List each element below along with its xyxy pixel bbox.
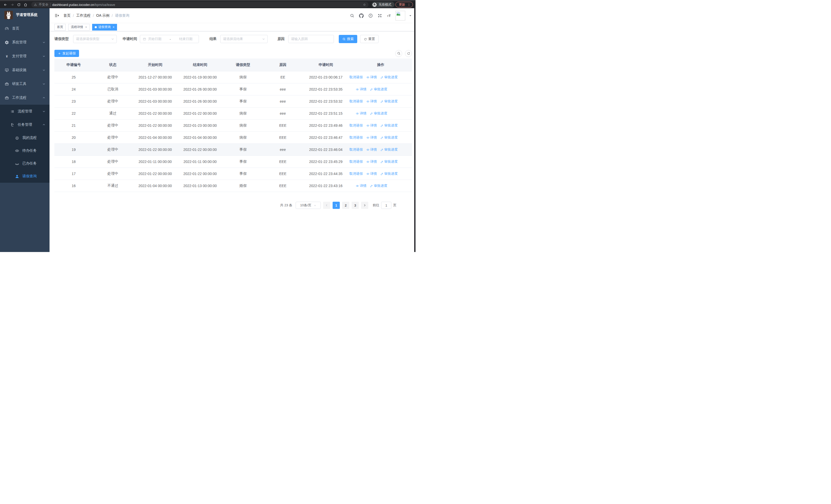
tag-0[interactable]: 首页 — [54, 24, 66, 31]
action-cancel-link[interactable]: 取消请假 — [349, 159, 363, 164]
action-cancel-link[interactable]: 取消请假 — [349, 171, 363, 176]
browser-reload-button[interactable] — [16, 2, 22, 7]
sidebar-item-2[interactable]: ¥ 支付管理 — [0, 49, 50, 63]
leave-type-select[interactable]: 请选择请假类型 — [73, 35, 117, 43]
action-progress-link[interactable]: 审批进度 — [370, 87, 387, 92]
toolbox-icon — [5, 82, 9, 86]
action-progress-link[interactable]: 审批进度 — [380, 135, 398, 140]
page-size-select[interactable]: 10条/页 — [296, 202, 321, 209]
sidebar-item-6[interactable]: 流程管理 — [0, 105, 50, 118]
help-icon[interactable]: ? — [368, 13, 373, 19]
sidebar-item-10[interactable]: 已办任务 — [0, 157, 50, 170]
sidebar-item-0[interactable]: 首页 — [0, 22, 50, 35]
breadcrumb-item-2[interactable]: OA 示例 — [96, 13, 109, 18]
page-button-3[interactable]: 3 — [352, 202, 359, 209]
forward-arrow-icon — [10, 3, 14, 7]
avatar[interactable] — [396, 11, 405, 21]
edit-icon — [380, 76, 384, 79]
table-row: 19 处理中 2022-01-22 00:00:00 2022-01-22 00… — [54, 144, 412, 156]
svg-text:T: T — [387, 14, 389, 17]
close-icon[interactable]: × — [85, 25, 87, 29]
address-bar[interactable]: 不安全 dashboard.yudao.iocoder.cn/bpm/oa/le… — [31, 2, 369, 7]
gear-icon — [5, 40, 9, 45]
chevron-down-icon[interactable] — [409, 14, 412, 17]
cell-end-time: 2022-01-26 00:00:00 — [178, 87, 223, 91]
action-detail-link[interactable]: 详情 — [366, 171, 377, 176]
sidebar-item-5[interactable]: 工作流程 — [0, 91, 50, 105]
prev-page-button[interactable] — [323, 202, 330, 209]
result-label: 结果 — [209, 37, 217, 41]
edit-icon — [380, 124, 384, 127]
browser-back-button[interactable] — [3, 2, 8, 7]
create-leave-button[interactable]: 发起请假 — [54, 50, 79, 57]
breadcrumb-item-1[interactable]: 工作流程 — [76, 13, 91, 18]
cell-apply-time: 2022-01-22 23:51:15 — [302, 111, 349, 116]
action-progress-link[interactable]: 审批进度 — [380, 123, 398, 128]
action-detail-link[interactable]: 详情 — [366, 123, 377, 128]
next-page-button[interactable] — [361, 202, 368, 209]
action-progress-link[interactable]: 审批进度 — [380, 171, 398, 176]
tags-view-bar: 首页 流程详情 × 请假查询 × — [50, 23, 416, 31]
action-cancel-link[interactable]: 取消请假 — [349, 147, 363, 152]
browser-home-button[interactable] — [23, 2, 28, 7]
sidebar: 芋道管理系统 首页 系统管理 ¥ 支付管理 基础设施 研发工具 工作流程 流程管… — [0, 8, 50, 252]
active-dot — [95, 26, 97, 28]
app-title: 芋道管理系统 — [16, 12, 37, 17]
browser-update-menu[interactable]: 更新 — [396, 2, 413, 7]
tag-2[interactable]: 请假查询 × — [92, 24, 117, 31]
page-button-1[interactable]: 1 — [333, 202, 340, 209]
sidebar-item-3[interactable]: 基础设施 — [0, 63, 50, 77]
sidebar-item-9[interactable]: 待办任务 — [0, 144, 50, 157]
reset-button[interactable]: 重置 — [360, 35, 378, 43]
apply-time-range-picker[interactable]: 开始日期 - 结束日期 — [140, 35, 199, 43]
cell-start-time: 2022-01-22 00:00:00 — [133, 111, 178, 116]
refresh-table-button[interactable] — [405, 50, 412, 57]
action-progress-link[interactable]: 审批进度 — [380, 75, 398, 80]
search-icon[interactable] — [349, 13, 355, 19]
action-progress-link[interactable]: 审批进度 — [380, 99, 398, 104]
sidebar-item-1[interactable]: 系统管理 — [0, 35, 50, 49]
action-detail-link[interactable]: 详情 — [356, 183, 367, 188]
breadcrumb-item-0[interactable]: 首页 — [63, 13, 70, 18]
action-cancel-link[interactable]: 取消请假 — [349, 75, 363, 80]
action-detail-link[interactable]: 详情 — [366, 159, 377, 164]
tag-1[interactable]: 流程详情 × — [68, 24, 90, 31]
tree-icon — [10, 123, 15, 127]
reason-input[interactable]: 请输入原因 — [288, 35, 334, 43]
font-size-icon[interactable]: TT — [386, 13, 392, 19]
action-cancel-link[interactable]: 取消请假 — [349, 123, 363, 128]
action-cancel-link[interactable]: 取消请假 — [349, 99, 363, 104]
search-button[interactable]: 搜索 — [339, 35, 357, 43]
view-icon — [366, 160, 370, 164]
action-detail-link[interactable]: 详情 — [366, 147, 377, 152]
action-cancel-link[interactable]: 取消请假 — [349, 135, 363, 140]
show-search-button[interactable] — [395, 50, 402, 57]
fullscreen-icon[interactable] — [377, 13, 383, 19]
close-icon[interactable]: × — [113, 25, 114, 29]
browser-forward-button[interactable] — [9, 2, 15, 7]
sidebar-toggle-button[interactable] — [53, 11, 61, 20]
action-detail-link[interactable]: 详情 — [366, 75, 377, 80]
cell-status: 处理中 — [93, 123, 133, 128]
action-detail-link[interactable]: 详情 — [366, 135, 377, 140]
cell-status: 处理中 — [93, 75, 133, 80]
github-icon[interactable] — [359, 13, 364, 19]
cell-id: 25 — [54, 75, 93, 79]
sidebar-item-4[interactable]: 研发工具 — [0, 77, 50, 91]
action-detail-link[interactable]: 详情 — [356, 111, 367, 116]
page-button-2[interactable]: 2 — [342, 202, 349, 209]
action-detail-link[interactable]: 详情 — [366, 99, 377, 104]
bookmark-star-icon[interactable] — [363, 3, 366, 6]
result-select[interactable]: 请选择流结果 — [220, 35, 268, 43]
sidebar-item-11[interactable]: 请假查询 — [0, 170, 50, 183]
sidebar-item-7[interactable]: 任务管理 — [0, 118, 50, 131]
goto-page-input[interactable]: 1 — [381, 202, 391, 209]
action-progress-link[interactable]: 审批进度 — [370, 111, 387, 116]
action-progress-link[interactable]: 审批进度 — [370, 183, 387, 188]
sidebar-item-8[interactable]: 我的流程 — [0, 131, 50, 144]
action-progress-link[interactable]: 审批进度 — [380, 147, 398, 152]
browser-scrollbar-track[interactable] — [414, 8, 416, 252]
app-logo-row[interactable]: 芋道管理系统 — [0, 8, 50, 22]
action-detail-link[interactable]: 详情 — [356, 87, 367, 92]
action-progress-link[interactable]: 审批进度 — [380, 159, 398, 164]
